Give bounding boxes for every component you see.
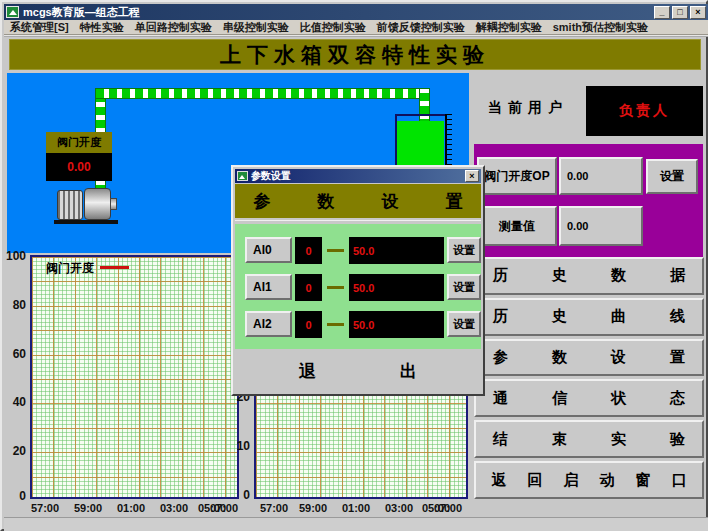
dialog-mcgs-icon [237,171,248,181]
chart2-xtick-3: 01:00 [342,502,370,514]
history-data-button[interactable]: 历史数据 [474,257,704,295]
dialog-header-text: 参数设置 [254,190,510,213]
parameter-set-button[interactable]: 参数设置 [474,339,704,377]
tank-top-rim [395,114,447,116]
valve-op-set-button[interactable]: 设置 [646,159,698,194]
ai2-low-value[interactable]: 0 [295,311,322,338]
return-start-window-button[interactable]: 返回启动窗口 [474,461,704,499]
page-title: 上下水箱双容特性实验 [9,39,701,70]
parameter-set-label: 参数设置 [493,348,708,367]
chart2-xtick-2: 59:00 [299,502,327,514]
current-user-label: 当前用户 [488,99,568,117]
close-button[interactable]: × [690,6,706,19]
mcgs-app-icon [6,6,19,18]
measured-value-field: 0.00 [559,206,643,246]
return-start-window-label: 返回启动窗口 [492,471,708,490]
ai0-set-button[interactable]: 设置 [447,237,481,263]
end-experiment-label: 结束实验 [493,430,708,449]
dialog-close-button[interactable]: × [465,170,479,182]
window-controls: _ □ × [654,6,706,19]
chart1-ytick-80: 80 [2,298,26,312]
ai1-low-value[interactable]: 0 [295,274,322,301]
chart2-xtick-1: 57:00 [260,502,288,514]
chart1-plot-area [30,255,239,499]
menu-cascade[interactable]: 串级控制实验 [223,20,289,35]
dialog-header-band: 参数设置 [235,184,481,218]
pump-base [54,220,118,224]
ai2-high-value[interactable]: 50.0 [349,311,444,338]
pump-motor-icon [57,190,83,220]
menu-single-loop[interactable]: 单回路控制实验 [135,20,212,35]
menu-decoupling[interactable]: 解耦控制实验 [476,20,542,35]
dialog-title: 参数设置 [251,169,291,183]
valve-opening-display: 0.00 [46,153,112,181]
dialog-body: AI0 0 50.0 设置 AI1 0 50.0 设置 AI2 0 50.0 设… [235,224,481,349]
chart1-ytick-100: 100 [2,249,26,263]
app-window: mcgs教育版—组态工程 _ □ × 系统管理[S] 特性实验 单回路控制实验 … [0,0,708,531]
ai0-low-value[interactable]: 0 [295,237,322,264]
dialog-separator [235,220,481,221]
nav-button-column: 历史数据 历史曲线 参数设置 通信状态 结束实验 返回启动窗口 [474,257,704,499]
ai0-range-dash [327,249,344,252]
ai1-name-button[interactable]: AI1 [245,274,292,300]
ai1-high-value[interactable]: 50.0 [349,274,444,301]
chart1-xtick-4: 03:00 [160,502,188,514]
pump-body-icon [84,188,111,220]
chart1-xtick-1: 57:00 [31,502,59,514]
ai1-set-button[interactable]: 设置 [447,274,481,300]
minimize-button[interactable]: _ [654,6,670,19]
menu-feedforward[interactable]: 前馈反馈控制实验 [377,20,465,35]
menu-smith[interactable]: smith预估控制实验 [553,20,648,35]
ai2-name-button[interactable]: AI2 [245,311,292,337]
menu-characteristic-exp[interactable]: 特性实验 [80,20,124,35]
restore-button[interactable]: □ [672,6,688,19]
ai2-range-dash [327,323,344,326]
dialog-title-bar[interactable]: 参数设置 × [235,169,481,183]
ai2-set-button[interactable]: 设置 [447,311,481,337]
valve-opening-label: 阀门开度 [46,132,112,153]
pump-nozzle-icon [110,198,117,210]
param-settings-dialog: 参数设置 × 参数设置 AI0 0 50.0 设置 AI1 0 50.0 设置 [231,165,485,396]
menu-system-manage[interactable]: 系统管理[S] [10,20,69,35]
valve-op-value-field[interactable]: 0.00 [559,157,643,195]
chart1-xtick-6: 07:00 [210,502,238,514]
history-curve-label: 历史曲线 [493,307,708,326]
history-curve-button[interactable]: 历史曲线 [474,298,704,336]
dialog-exit-label: 退出 [299,360,501,383]
comm-status-label: 通信状态 [493,389,708,408]
chart2-ytick-0: 0 [230,488,250,502]
chart1-ytick-0: 0 [2,489,26,503]
end-experiment-button[interactable]: 结束实验 [474,420,704,458]
menu-ratio[interactable]: 比值控制实验 [300,20,366,35]
window-title: mcgs教育版—组态工程 [23,5,140,20]
chart2-xtick-4: 03:00 [385,502,413,514]
chart1-ytick-40: 40 [2,395,26,409]
chart1-legend-line-icon [100,266,129,269]
content-edge [4,35,708,37]
dialog-exit-button[interactable]: 退出 [235,349,481,394]
menu-bar: 系统管理[S] 特性实验 单回路控制实验 串级控制实验 比值控制实验 前馈反馈控… [4,20,708,35]
chart1-xtick-2: 59:00 [74,502,102,514]
chart1-xtick-3: 01:00 [117,502,145,514]
chart2-xtick-6: 07:00 [434,502,462,514]
title-bar: mcgs教育版—组态工程 _ □ × [4,4,708,20]
ai1-row: AI1 0 50.0 设置 [235,274,481,301]
current-user-value: 负责人 [586,86,703,136]
chart2-ytick-10: 10 [230,439,250,453]
chart1-ytick-20: 20 [2,444,26,458]
ai0-row: AI0 0 50.0 设置 [235,237,481,264]
pipe-horizontal-top [95,88,430,99]
chart1-ytick-60: 60 [2,347,26,361]
comm-status-button[interactable]: 通信状态 [474,379,704,417]
bottom-strip [4,517,708,531]
ai0-high-value[interactable]: 50.0 [349,237,444,264]
ai2-row: AI2 0 50.0 设置 [235,311,481,338]
history-data-label: 历史数据 [493,266,708,285]
ai1-range-dash [327,286,344,289]
ai0-name-button[interactable]: AI0 [245,237,292,263]
chart1-legend-label: 阀门开度 [46,260,94,277]
